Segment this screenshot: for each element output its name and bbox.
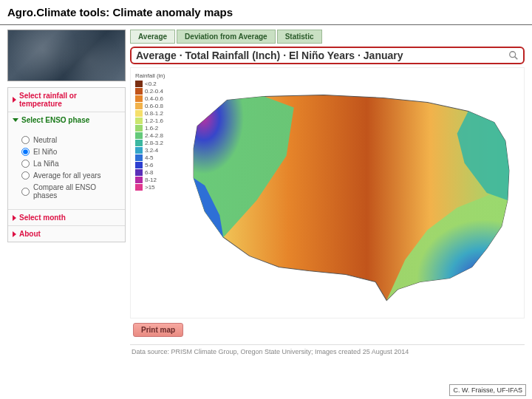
legend-row: 2.8-3.2 [135,140,175,146]
acc-item-about: About [8,226,125,242]
acc-label: About [19,230,41,238]
content-area: Average Deviation from Average Statistic… [130,30,525,358]
legend-label: 4-5 [145,154,154,161]
main-layout: Select rainfall or temperature Select EN… [0,25,532,358]
legend-swatch [135,103,143,109]
map-legend: Rainfall (in) <0.20.2-0.40.4-0.60.6-0.80… [131,68,175,318]
tabs: Average Deviation from Average Statistic [130,30,525,44]
acc-item-enso: Select ENSO phase Neutral El Niño La Niñ… [8,112,125,210]
print-map-button[interactable]: Print map [133,323,183,337]
radio-elnino[interactable]: El Niño [21,148,119,156]
tab-average[interactable]: Average [130,30,175,44]
credit-text: C. W. Fraisse, UF-IFAS [449,384,526,396]
legend-row: 8-12 [135,177,175,183]
legend-row: 0.4-0.6 [135,95,175,102]
legend-label: 0.2-0.4 [145,88,163,95]
radio-lanina[interactable]: La Niña [21,160,119,168]
legend-swatch [135,81,143,87]
legend-swatch [135,88,143,95]
legend-swatch [135,154,143,161]
acc-label: Select month [19,214,66,222]
legend-label: 3.2-4 [145,147,158,154]
legend-swatch [135,147,143,154]
map-subtitle: Average · Total Rainfall (Inch) · El Niñ… [136,50,403,61]
subtitle-bar: Average · Total Rainfall (Inch) · El Niñ… [130,47,525,64]
legend-label: <0.2 [145,81,157,87]
chevron-right-icon [13,97,16,103]
search-icon[interactable] [508,50,519,61]
acc-item-rainfall-temp: Select rainfall or temperature [8,88,125,112]
map-area: Rainfall (in) <0.20.2-0.40.4-0.60.6-0.80… [130,67,525,318]
legend-label: 2.4-2.8 [145,132,163,139]
legend-row: 3.2-4 [135,147,175,154]
legend-label: 8-12 [145,177,157,183]
legend-swatch [135,177,143,183]
legend-row: 5-6 [135,162,175,168]
legend-row: 2.4-2.8 [135,132,175,139]
legend-swatch [135,132,143,139]
legend-label: >15 [145,184,155,191]
us-rainfall-map [175,68,524,318]
acc-item-month: Select month [8,210,125,226]
legend-label: 0.6-0.8 [145,103,163,109]
legend-row: 1.6-2 [135,125,175,132]
legend-swatch [135,125,143,132]
legend-label: 1.6-2 [145,125,158,132]
acc-head-about[interactable]: About [8,226,125,242]
legend-swatch [135,95,143,102]
tab-statistic[interactable]: Statistic [277,30,322,44]
data-source-text: Data source: PRISM Climate Group, Oregon… [130,344,525,358]
acc-label: Select rainfall or temperature [19,92,120,108]
legend-label: 1.2-1.6 [145,117,163,124]
chevron-right-icon [13,231,16,237]
legend-row: 6-8 [135,169,175,176]
legend-label: 0.4-0.6 [145,95,163,102]
acc-label: Select ENSO phase [21,116,89,124]
legend-row: 0.2-0.4 [135,88,175,95]
legend-swatch [135,140,143,146]
sidebar: Select rainfall or temperature Select EN… [7,30,126,358]
chevron-down-icon [13,118,18,122]
sidebar-thumbnail [7,30,126,81]
radio-neutral[interactable]: Neutral [21,136,119,144]
legend-label: 5-6 [145,162,154,168]
legend-swatch [135,169,143,176]
legend-swatch [135,184,143,191]
legend-row: 1.2-1.6 [135,117,175,124]
tab-deviation[interactable]: Deviation from Average [177,30,276,44]
chevron-right-icon [13,215,16,221]
legend-row: <0.2 [135,81,175,87]
legend-label: 0.8-1.2 [145,110,163,117]
legend-row: 0.8-1.2 [135,110,175,117]
svg-line-1 [515,57,518,60]
radio-compare[interactable]: Compare all ENSO phases [21,183,119,200]
legend-swatch [135,162,143,168]
acc-head-rainfall-temp[interactable]: Select rainfall or temperature [8,88,125,112]
legend-row: >15 [135,184,175,191]
legend-row: 0.6-0.8 [135,103,175,109]
radio-avg-all[interactable]: Average for all years [21,171,119,180]
acc-body-enso: Neutral El Niño La Niña Average for all … [8,128,125,209]
legend-title: Rainfall (in) [135,72,175,79]
svg-point-0 [510,52,516,58]
legend-row: 4-5 [135,154,175,161]
acc-head-month[interactable]: Select month [8,210,125,225]
legend-label: 2.8-3.2 [145,140,163,146]
sidebar-accordion: Select rainfall or temperature Select EN… [7,87,126,242]
page-title: Agro.Climate tools: Climate anomaly maps [0,0,532,25]
acc-head-enso[interactable]: Select ENSO phase [8,112,125,128]
legend-swatch [135,117,143,124]
legend-swatch [135,110,143,117]
legend-label: 6-8 [145,169,154,176]
